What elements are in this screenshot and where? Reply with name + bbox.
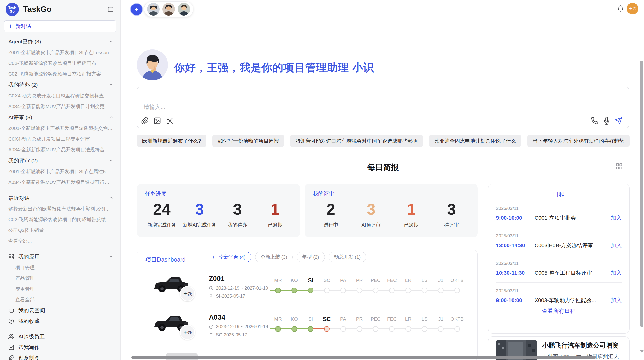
sidebar-item[interactable]: C02-飞腾新能源轻客改款项目的闭环通告反馈情况 xyxy=(0,214,120,225)
sidebar-section-header[interactable]: AI评审 (3) xyxy=(0,112,120,123)
sidebar-item[interactable]: C0X4-动力总成开发项目SI里程碑提交物检查 xyxy=(0,91,120,101)
contact-avatar[interactable] xyxy=(147,3,160,16)
schedule-event-title: C003|H0B-方案冻结评审 xyxy=(535,242,608,249)
milestone-dot[interactable] xyxy=(454,326,460,332)
project-row[interactable]: 王强A0342023-12-19 ~ 2026-01-19SC-2025-05-… xyxy=(137,308,477,344)
chevron-up-icon[interactable] xyxy=(109,158,114,163)
sidebar-link-star[interactable]: 我的收藏 xyxy=(0,316,120,326)
suggestion-chip[interactable]: 比亚迪全固态电池计划具体说了什么 xyxy=(429,135,521,147)
milestone-dot[interactable] xyxy=(324,326,330,332)
milestone-dot[interactable] xyxy=(422,288,427,293)
milestone-dot[interactable] xyxy=(275,326,281,332)
filter-chip[interactable]: 年型 (2) xyxy=(297,252,325,262)
milestone-dot[interactable] xyxy=(422,326,427,332)
sidebar-section-header[interactable]: 我的应用 xyxy=(0,251,120,262)
sidebar-tool-pen[interactable]: 创意制图 xyxy=(0,353,120,360)
milestone-dot[interactable] xyxy=(308,326,313,332)
sidebar-item[interactable]: 查看全部.. xyxy=(0,294,120,305)
milestone-dot[interactable] xyxy=(438,288,444,293)
sidebar-item[interactable]: 变更管理 xyxy=(0,284,120,294)
sidebar-item[interactable]: Z001-全新燃油轻卡产品开发项目SI节点属性5D文件评审 xyxy=(0,166,120,177)
sidebar-item[interactable]: C0X4-动力总成开发项目工程变更评审 xyxy=(0,134,120,144)
sidebar-section-header[interactable]: 最近对话 xyxy=(0,192,120,204)
sidebar-item[interactable]: 项目管理 xyxy=(0,262,120,273)
milestone-dot[interactable] xyxy=(275,288,281,293)
milestone-dot[interactable] xyxy=(389,326,395,332)
contact-avatar[interactable] xyxy=(162,3,175,16)
suggestion-chip[interactable]: 欧洲新规最近颁布了什么? xyxy=(137,135,206,147)
milestone-dot[interactable] xyxy=(389,288,395,293)
scroll-right-arrow[interactable] xyxy=(599,355,602,359)
milestone-dot[interactable] xyxy=(308,288,313,293)
milestone-dot[interactable] xyxy=(438,326,444,332)
milestone-dot[interactable] xyxy=(454,288,460,293)
join-link[interactable]: 加入 xyxy=(611,297,622,304)
sidebar-item[interactable]: Z001-全新燃油轻卡产品开发项目SI造型提交物评审 xyxy=(0,123,120,134)
sidebar-item[interactable]: A034-全新新能源MUV产品开发项目计划变更表编写 xyxy=(0,101,120,112)
sidebar-section-header[interactable]: Agent已办 (3) xyxy=(0,36,120,47)
scroll-down-arrow[interactable] xyxy=(640,350,644,353)
sidebar-collapse-icon[interactable] xyxy=(107,5,115,13)
milestone-dot[interactable] xyxy=(340,288,346,293)
paperclip-icon[interactable] xyxy=(141,117,149,125)
milestone-dot[interactable] xyxy=(373,288,378,293)
sidebar-link-cloud[interactable]: 我的云空间 xyxy=(0,305,120,316)
milestone-dot[interactable] xyxy=(291,288,297,293)
chevron-up-icon[interactable] xyxy=(109,196,114,201)
user-avatar[interactable]: 王强 xyxy=(627,3,638,14)
vertical-scrollbar[interactable] xyxy=(640,61,643,327)
sidebar-item[interactable]: A034-全新新能源MUV产品开发项目造型可行性评审 xyxy=(0,177,120,188)
join-link[interactable]: 加入 xyxy=(611,242,622,249)
milestone-dot[interactable] xyxy=(291,326,297,332)
chevron-up-icon[interactable] xyxy=(109,39,114,44)
sidebar-item[interactable]: 产品管理 xyxy=(0,273,120,284)
milestone-dot[interactable] xyxy=(373,326,378,332)
chevron-up-icon[interactable] xyxy=(109,115,114,120)
schedule-item[interactable]: 2025/03/1113:00-14:30C003|H0B-方案冻结评审加入 xyxy=(496,233,622,249)
milestone-dot[interactable] xyxy=(357,288,362,293)
schedule-item[interactable]: 2025/03/119:00-10:00X003-车辆动力学性能验...加入 xyxy=(496,288,622,304)
sidebar-section-header[interactable]: 我的评审 (2) xyxy=(0,155,120,166)
chevron-up-icon[interactable] xyxy=(109,82,114,87)
suggestion-chip[interactable]: 特朗普可能对进口汽车增税会对中国车企造成哪些影响 xyxy=(290,135,423,147)
join-link[interactable]: 加入 xyxy=(611,214,622,221)
phone-icon[interactable] xyxy=(591,117,598,125)
sidebar-tool-people[interactable]: AI超级员工 xyxy=(0,331,120,342)
sidebar-item[interactable]: 公司Q3轻卡销量 xyxy=(0,225,120,236)
sidebar-item[interactable]: C02-飞腾新能源轻客改款项目立项汇报方案 xyxy=(0,69,120,79)
sidebar-item[interactable]: C02-飞腾新能源轻客改款项目里程碑画布 xyxy=(0,58,120,69)
milestone-dot[interactable] xyxy=(324,288,330,293)
project-row[interactable]: 王强Z0012023-12-19 ~ 2027-01-19SI-2025-05-… xyxy=(137,269,477,305)
milestone-dot[interactable] xyxy=(405,288,411,293)
sidebar-section-header[interactable]: 我的待办 (2) xyxy=(0,79,120,91)
milestone-dot[interactable] xyxy=(340,326,346,332)
contact-avatar[interactable] xyxy=(178,3,190,16)
layout-grid-icon[interactable] xyxy=(616,163,623,170)
message-composer[interactable]: 请输入... xyxy=(137,87,629,128)
filter-chip[interactable]: 动总开发 (1) xyxy=(329,252,367,262)
sidebar-tool-write[interactable]: 帮我写作 xyxy=(0,342,120,353)
suggestion-chip[interactable]: 如何写一份清晰的项目周报 xyxy=(212,135,284,147)
send-icon[interactable] xyxy=(615,117,622,125)
new-session-button[interactable] xyxy=(131,4,142,15)
horizontal-scrollbar[interactable] xyxy=(131,356,596,359)
milestone-dot[interactable] xyxy=(357,326,362,332)
schedule-item[interactable]: 2025/03/119:00-10:00C001-立项审批会加入 xyxy=(496,206,622,221)
suggestion-chip[interactable]: 当下年轻人对汽车外观有怎样的喜好趋势 xyxy=(527,135,630,147)
sidebar-item[interactable]: Z001-全新燃油皮卡产品开发项目SI节点Lesson Learn报告 xyxy=(0,47,120,58)
image-icon[interactable] xyxy=(154,117,161,125)
microphone-icon[interactable] xyxy=(603,117,610,125)
schedule-item[interactable]: 2025/03/1110:30-11:30C005-整车工程目标评审加入 xyxy=(496,261,622,276)
sidebar-item[interactable]: 解释最新出台的欧盟报废车法规再生塑料比例被调至15%... xyxy=(0,204,120,214)
milestone-dot[interactable] xyxy=(405,326,411,332)
sidebar-item[interactable]: 查看全部... xyxy=(0,236,120,246)
filter-chip[interactable]: 全新平台 (4) xyxy=(213,252,251,262)
scissors-icon[interactable] xyxy=(166,117,174,125)
new-chat-button[interactable]: + 新对话 xyxy=(4,20,116,32)
sidebar-item[interactable]: A034-全新新能源MUV产品开发项目法规符合性评审 xyxy=(0,144,120,155)
chevron-up-icon[interactable] xyxy=(109,254,114,259)
view-all-schedule-link[interactable]: 查看所有日程 xyxy=(496,307,622,315)
notification-bell-icon[interactable] xyxy=(617,5,624,12)
join-link[interactable]: 加入 xyxy=(611,269,622,276)
filter-chip[interactable]: 全新上装 (3) xyxy=(255,252,293,262)
